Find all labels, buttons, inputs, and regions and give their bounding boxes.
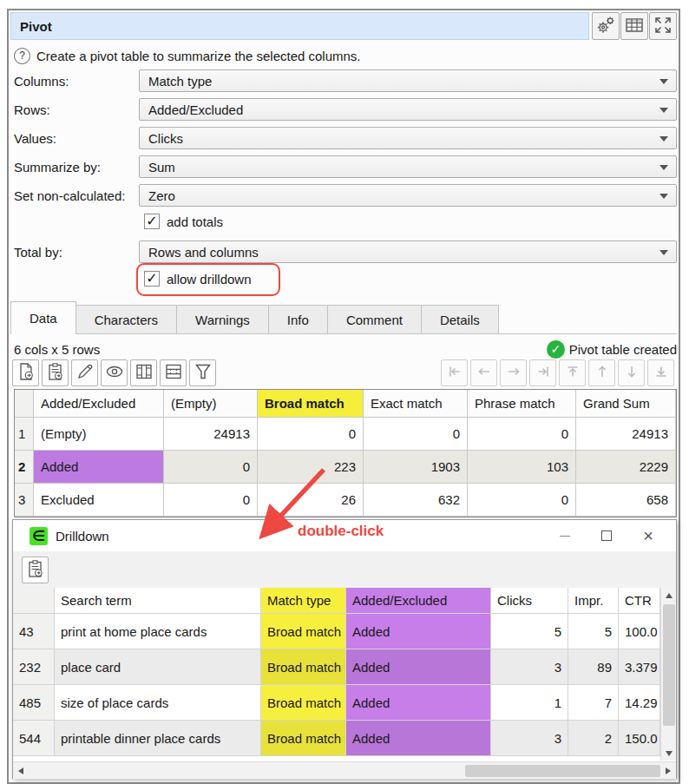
non-calculated-select[interactable]: Zero: [139, 184, 677, 207]
pivot-cell[interactable]: 0: [468, 418, 576, 451]
scroll-up-icon[interactable]: [661, 588, 677, 603]
pivot-cell[interactable]: 24913: [164, 418, 258, 451]
row-number[interactable]: 1: [15, 418, 34, 451]
tab-data[interactable]: Data: [10, 301, 76, 334]
drilldown-cell[interactable]: Broad match: [261, 649, 346, 685]
col-header-ctr[interactable]: CTR: [619, 588, 660, 614]
pivot-cell[interactable]: 24913: [576, 418, 676, 451]
pivot-cell[interactable]: 0: [164, 451, 258, 484]
pivot-cell[interactable]: 1903: [364, 451, 468, 484]
drilldown-cell[interactable]: Added: [346, 614, 491, 649]
drilldown-copy-button[interactable]: [22, 557, 49, 583]
drilldown-cell[interactable]: 5: [491, 614, 568, 649]
pivot-cell[interactable]: (Empty): [34, 418, 164, 451]
col-header-empty[interactable]: (Empty): [164, 390, 258, 418]
pivot-cell[interactable]: 658: [576, 484, 676, 517]
tab-comment[interactable]: Comment: [327, 305, 422, 333]
edit-button[interactable]: [71, 359, 98, 386]
drilldown-cell[interactable]: 150.0: [619, 721, 660, 756]
col-header-grand-sum[interactable]: Grand Sum: [576, 390, 676, 418]
drilldown-cell[interactable]: 2: [568, 721, 619, 756]
col-header-broad-match[interactable]: Broad match: [258, 390, 364, 418]
pivot-cell-highlighted[interactable]: Added: [34, 451, 164, 484]
columns-select[interactable]: Match type: [139, 69, 677, 92]
summarize-select[interactable]: Sum: [139, 155, 677, 178]
pivot-cell[interactable]: 103: [468, 451, 576, 484]
pivot-cell[interactable]: 632: [364, 484, 468, 517]
maximize-panel-button[interactable]: [649, 12, 677, 40]
drilldown-cell[interactable]: Added: [346, 649, 491, 685]
pivot-cell[interactable]: Excluded: [34, 484, 164, 517]
row-number[interactable]: 2: [15, 451, 34, 484]
pivot-cell[interactable]: 0: [364, 418, 468, 451]
drilldown-cell[interactable]: 5: [568, 614, 619, 649]
drilldown-cell[interactable]: Broad match: [261, 614, 346, 649]
pivot-cell[interactable]: 0: [258, 418, 364, 451]
col-header-added-excluded[interactable]: Added/Excluded: [34, 390, 164, 418]
scroll-right-icon[interactable]: [660, 762, 676, 780]
col-header-clicks[interactable]: Clicks: [491, 588, 568, 614]
add-totals-checkbox[interactable]: ✓: [144, 214, 160, 229]
tab-details[interactable]: Details: [421, 305, 499, 333]
drilldown-cell[interactable]: 3.379: [619, 649, 660, 685]
col-header-exact-match[interactable]: Exact match: [364, 390, 468, 418]
col-header-match-type[interactable]: Match type: [261, 588, 346, 614]
vertical-scroll-thumb[interactable]: [663, 604, 675, 726]
vertical-scrollbar[interactable]: [660, 588, 676, 761]
drilldown-cell[interactable]: Added: [346, 685, 491, 721]
table-view-button[interactable]: [620, 12, 648, 40]
col-header-phrase-match[interactable]: Phrase match: [468, 390, 576, 418]
panel-titlebar[interactable]: Pivot: [10, 12, 589, 40]
horizontal-scrollbar[interactable]: [13, 761, 676, 779]
col-header-impr[interactable]: Impr.: [568, 588, 619, 614]
maximize-button[interactable]: [586, 523, 627, 549]
row-number[interactable]: 3: [15, 484, 34, 517]
drilldown-cell[interactable]: Added: [346, 721, 491, 756]
show-rows-button[interactable]: [160, 359, 187, 386]
filter-button[interactable]: [189, 359, 216, 386]
scroll-down-icon[interactable]: [661, 746, 677, 761]
drilldown-cell[interactable]: printable dinner place cards: [55, 721, 261, 756]
prev-col-button[interactable]: [470, 359, 497, 386]
horizontal-scroll-thumb[interactable]: [465, 765, 660, 777]
drilldown-cell[interactable]: 100.0: [619, 614, 660, 649]
col-header-added-excluded[interactable]: Added/Excluded: [346, 588, 491, 614]
close-button[interactable]: ×: [627, 523, 669, 549]
next-col-button[interactable]: [500, 359, 527, 386]
view-values-button[interactable]: [101, 359, 128, 386]
drilldown-cell[interactable]: 89: [568, 649, 619, 685]
drilldown-cell[interactable]: 7: [568, 685, 619, 721]
drilldown-cell[interactable]: 3: [491, 721, 568, 756]
pivot-cell[interactable]: 0: [164, 484, 258, 517]
tab-info[interactable]: Info: [268, 305, 328, 333]
show-columns-button[interactable]: [130, 359, 157, 386]
row-number[interactable]: 43: [13, 614, 55, 649]
first-col-button[interactable]: [441, 359, 468, 386]
drilldown-cell[interactable]: size of place cards: [55, 685, 261, 721]
row-number[interactable]: 544: [13, 721, 55, 756]
rows-select[interactable]: Added/Excluded: [139, 98, 677, 121]
export-file-button[interactable]: [12, 359, 39, 386]
tab-warnings[interactable]: Warnings: [176, 305, 269, 333]
last-row-button[interactable]: [647, 359, 674, 386]
first-row-button[interactable]: [559, 359, 586, 386]
pivot-cell[interactable]: 2229: [576, 451, 676, 484]
minimize-button[interactable]: [544, 523, 586, 549]
pivot-cell[interactable]: 0: [468, 484, 576, 517]
next-row-button[interactable]: [618, 359, 645, 386]
col-header-search-term[interactable]: Search term: [55, 588, 261, 614]
drilldown-cell[interactable]: 1: [491, 685, 568, 721]
drilldown-cell[interactable]: Broad match: [261, 685, 346, 721]
tab-characters[interactable]: Characters: [75, 305, 177, 333]
copy-clipboard-button[interactable]: [42, 359, 69, 386]
values-select[interactable]: Clicks: [139, 127, 677, 149]
prev-row-button[interactable]: [588, 359, 615, 386]
help-icon[interactable]: ?: [14, 48, 30, 64]
settings-button[interactable]: [592, 12, 620, 40]
scroll-left-icon[interactable]: [13, 762, 29, 780]
drilldown-cell[interactable]: print at home place cards: [55, 614, 261, 649]
drilldown-cell[interactable]: 3: [491, 649, 568, 685]
drilldown-cell[interactable]: place card: [55, 649, 261, 685]
allow-drilldown-checkbox[interactable]: ✓: [144, 271, 160, 287]
row-number[interactable]: 485: [13, 685, 55, 721]
